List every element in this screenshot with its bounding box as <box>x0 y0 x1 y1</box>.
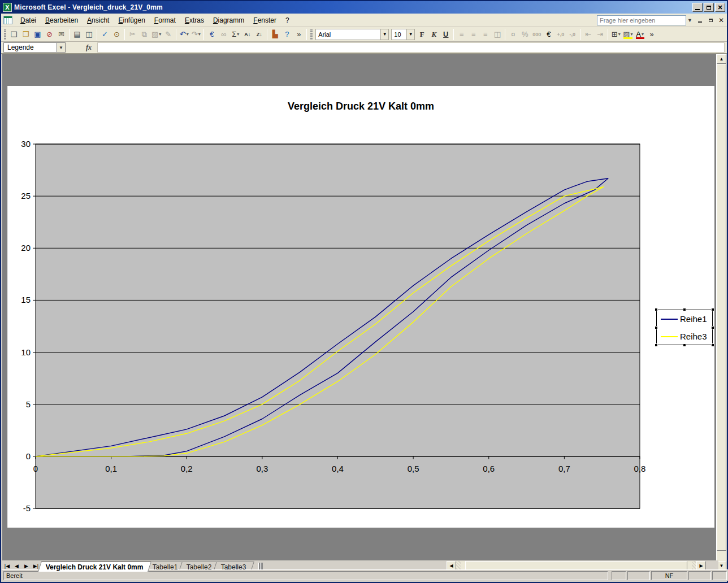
align-center-button[interactable]: ≡ <box>467 28 479 40</box>
restore-button[interactable] <box>704 3 714 12</box>
copy-button[interactable]: ⧉ <box>138 28 150 40</box>
format-painter-button[interactable]: ✎ <box>162 28 174 40</box>
vertical-scrollbar[interactable]: ▲ ▼ <box>716 54 726 571</box>
question-input[interactable]: Frage hier eingeben <box>597 15 686 25</box>
chart-plot[interactable]: 302520151050-500,10,20,30,40,50,60,70,8 <box>7 86 715 528</box>
toolbar-options-button[interactable]: » <box>293 28 305 40</box>
selection-handle[interactable] <box>711 326 714 329</box>
print-button[interactable]: ▤ <box>71 28 83 40</box>
mail-button[interactable]: ✉ <box>55 28 67 40</box>
new-button[interactable]: ❑ <box>8 28 20 40</box>
selection-handle[interactable] <box>655 308 658 311</box>
cut-button[interactable]: ✂ <box>127 28 138 40</box>
save-button[interactable]: ▣ <box>32 28 44 40</box>
thousands-button[interactable]: 000 <box>531 28 543 40</box>
font-color-button[interactable]: A▾ <box>634 28 646 40</box>
sheet-tab-vergleich-druck-21v-kalt-0mm[interactable]: Vergleich Druck 21V Kalt 0mm <box>38 562 151 572</box>
toolbar-options2-button[interactable]: » <box>646 28 658 40</box>
toolbar-grip[interactable] <box>4 29 6 40</box>
help-button[interactable]: ? <box>281 28 293 40</box>
sort-ascending-button[interactable]: A↓ <box>241 28 253 40</box>
x-tick-label: 0,1 <box>105 464 117 473</box>
permission-button[interactable]: ⊘ <box>44 28 55 40</box>
chevron-down-icon[interactable]: ▾ <box>642 32 644 37</box>
legend-entry-reihe3[interactable]: Reihe3 <box>657 328 712 345</box>
legend-line-sample <box>661 336 678 337</box>
question-dropdown-icon[interactable]: ▼ <box>686 15 694 25</box>
chevron-down-icon[interactable]: ▾ <box>198 32 201 37</box>
chevron-down-icon[interactable]: ▾ <box>631 32 633 37</box>
chevron-down-icon[interactable]: ▾ <box>618 32 621 37</box>
menu-fenster[interactable]: Fenster <box>249 15 281 26</box>
menu-bearbeiten[interactable]: Bearbeiten <box>41 15 83 26</box>
research-button[interactable]: ⊙ <box>111 28 123 40</box>
selection-handle[interactable] <box>655 343 658 347</box>
chevron-down-icon[interactable]: ▼ <box>406 29 414 40</box>
menu-diagramm[interactable]: Diagramm <box>209 15 249 26</box>
chart-wizard-button[interactable]: ▙ <box>269 28 281 40</box>
selection-handle[interactable] <box>683 343 686 347</box>
autosum-button[interactable]: Σ▾ <box>229 28 241 40</box>
chevron-down-icon[interactable]: ▼ <box>380 29 388 40</box>
increase-indent-button[interactable]: ⇥ <box>594 28 606 40</box>
sort-descending-button[interactable]: Z↓ <box>253 28 265 40</box>
insert-function-button[interactable]: fx <box>86 43 92 52</box>
underline-button[interactable]: U <box>440 28 452 40</box>
selection-handle[interactable] <box>655 326 658 329</box>
open-button[interactable]: ❒ <box>20 28 32 40</box>
menu-?[interactable]: ? <box>281 15 294 26</box>
euro-button[interactable]: € <box>543 28 554 40</box>
close-button[interactable]: ✕ <box>715 3 725 12</box>
menu-einfgen[interactable]: Einfügen <box>114 15 149 26</box>
print-preview-button[interactable]: ◫ <box>83 28 95 40</box>
menu-datei[interactable]: Datei <box>16 15 41 26</box>
hyperlink-button[interactable]: ∞ <box>218 28 229 40</box>
percent-button[interactable]: % <box>519 28 531 40</box>
increase-decimal-button[interactable]: +,0 <box>554 28 566 40</box>
font-size-combobox[interactable]: 10 ▼ <box>391 29 415 40</box>
borders-button[interactable]: ⊞▾ <box>610 28 622 40</box>
selection-handle[interactable] <box>711 308 714 311</box>
toolbar-grip[interactable] <box>310 29 313 40</box>
decrease-indent-button[interactable]: ⇤ <box>582 28 594 40</box>
minimize-button[interactable] <box>692 3 703 12</box>
currency-icon: ¤ <box>511 30 515 38</box>
chart-legend[interactable]: Reihe1Reihe3 <box>656 310 713 345</box>
formula-input[interactable] <box>97 42 725 53</box>
align-right-button[interactable]: ≡ <box>479 28 491 40</box>
undo-button[interactable]: ↶▾ <box>178 28 190 40</box>
print-preview-icon: ◫ <box>85 30 92 38</box>
merge-center-button[interactable]: ◫ <box>491 28 503 40</box>
chart-sheet-page[interactable]: Vergleich Druck 21V Kalt 0mm 30252015105… <box>7 86 714 528</box>
spelling-button[interactable]: ✓ <box>99 28 111 40</box>
selection-handle[interactable] <box>683 308 686 311</box>
redo-button[interactable]: ↷▾ <box>190 28 202 40</box>
name-box[interactable]: Legende <box>3 42 57 53</box>
selection-handle[interactable] <box>711 343 714 347</box>
euro-convert-button[interactable]: € <box>206 28 218 40</box>
title-bar[interactable]: X Microsoft Excel - Vergleich_druck_21V_… <box>1 1 727 14</box>
scroll-up-button[interactable]: ▲ <box>717 54 726 64</box>
fill-color-button[interactable]: ▨▾ <box>622 28 634 40</box>
window-close-button[interactable]: ✕ <box>717 16 726 24</box>
window-restore-button[interactable] <box>706 16 715 24</box>
currency-button[interactable]: ¤ <box>507 28 519 40</box>
chevron-down-icon[interactable]: ▾ <box>187 32 189 37</box>
align-left-button[interactable]: ≡ <box>456 28 467 40</box>
bold-button[interactable]: F <box>416 28 428 40</box>
toolbar-separator <box>203 29 204 40</box>
font-name-combobox[interactable]: Arial ▼ <box>315 29 389 40</box>
paste-button[interactable]: ▨▾ <box>150 28 162 40</box>
decrease-decimal-button[interactable]: -,0 <box>566 28 578 40</box>
window-minimize-button[interactable] <box>695 16 704 24</box>
menu-ansicht[interactable]: Ansicht <box>83 15 114 26</box>
name-box-dropdown-icon[interactable]: ▼ <box>57 42 66 53</box>
chevron-down-icon[interactable]: ▾ <box>159 32 161 37</box>
vertical-scroll-thumb[interactable] <box>717 64 726 551</box>
legend-entry-reihe1[interactable]: Reihe1 <box>657 310 712 328</box>
menu-extras[interactable]: Extras <box>180 15 209 26</box>
font-color-icon: A <box>636 30 641 38</box>
chevron-down-icon[interactable]: ▾ <box>237 32 239 37</box>
italic-button[interactable]: K <box>428 28 440 40</box>
menu-format[interactable]: Format <box>150 15 180 26</box>
